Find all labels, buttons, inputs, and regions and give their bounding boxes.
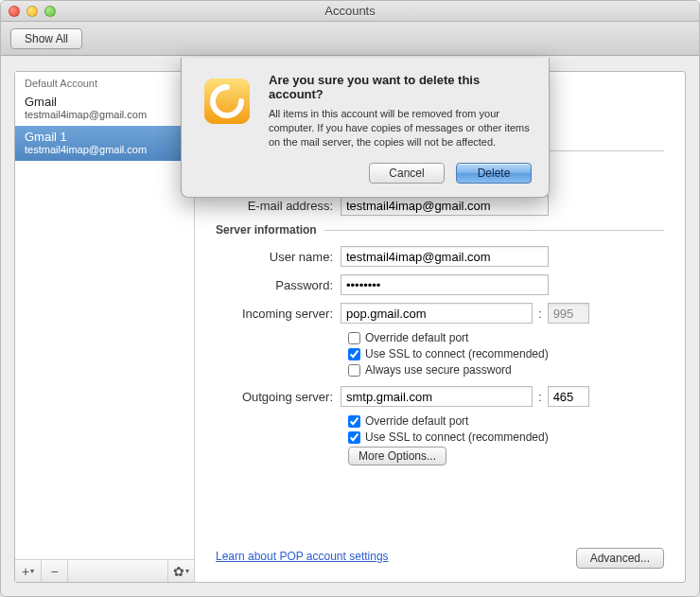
account-address: testmail4imap@gmail.com (25, 144, 184, 155)
window: Accounts Show All Default Account Gmail … (0, 0, 700, 597)
label-incoming-override-port: Override default port (365, 331, 468, 344)
port-separator: : (533, 307, 548, 321)
toolbar: Show All (1, 22, 699, 56)
label-outgoing-server: Outgoing server: (216, 390, 341, 404)
sidebar-footer: + ▾ − ✿ ▾ (15, 559, 194, 582)
email-address-field[interactable] (341, 195, 549, 216)
account-actions-button[interactable]: ✿ ▾ (167, 560, 194, 582)
user-name-field[interactable] (341, 246, 549, 267)
window-title: Accounts (1, 4, 699, 18)
label-email-address: E-mail address: (216, 199, 341, 213)
label-incoming-use-ssl: Use SSL to connect (recommended) (365, 347, 549, 360)
sidebar-account-gmail[interactable]: Gmail testmail4imap@gmail.com (15, 91, 194, 126)
incoming-port-field (548, 303, 589, 324)
cancel-button[interactable]: Cancel (369, 163, 445, 184)
outgoing-server-field[interactable] (341, 386, 533, 407)
outgoing-override-port-checkbox[interactable] (348, 415, 360, 428)
incoming-server-field[interactable] (341, 303, 533, 324)
remove-account-button[interactable]: − (42, 560, 68, 582)
dialog-message: All items in this account will be remove… (269, 107, 532, 149)
show-all-button[interactable]: Show All (10, 28, 82, 49)
section-server-information: Server information (216, 223, 324, 237)
gear-icon: ✿ (173, 564, 184, 579)
confirm-delete-dialog: Are you sure you want to delete this acc… (181, 58, 550, 198)
minus-icon: − (50, 564, 58, 579)
learn-pop-link[interactable]: Learn about POP account settings (216, 550, 389, 563)
advanced-button[interactable]: Advanced... (576, 548, 664, 569)
label-user-name: User name: (216, 250, 341, 264)
incoming-use-ssl-checkbox[interactable] (348, 348, 360, 360)
password-field[interactable] (341, 274, 549, 295)
account-name: Gmail (25, 95, 184, 109)
sidebar-account-gmail1[interactable]: Gmail 1 testmail4imap@gmail.com (15, 126, 194, 161)
account-address: testmail4imap@gmail.com (25, 109, 184, 120)
more-options-button[interactable]: More Options... (348, 447, 446, 465)
dropdown-icon: ▾ (30, 567, 34, 575)
port-separator: : (533, 390, 548, 404)
outgoing-port-field[interactable] (548, 386, 589, 407)
incoming-override-port-checkbox[interactable] (348, 332, 360, 344)
account-name: Gmail 1 (25, 130, 184, 144)
outlook-app-icon (199, 73, 255, 130)
titlebar: Accounts (1, 1, 699, 22)
divider (324, 230, 664, 231)
label-incoming-secure-password: Always use secure password (365, 363, 512, 377)
label-password: Password: (216, 278, 341, 292)
outgoing-use-ssl-checkbox[interactable] (348, 431, 360, 444)
incoming-secure-password-checkbox[interactable] (348, 364, 360, 377)
dialog-title: Are you sure you want to delete this acc… (269, 73, 532, 101)
label-incoming-server: Incoming server: (216, 307, 341, 321)
delete-button[interactable]: Delete (456, 163, 532, 184)
label-outgoing-use-ssl: Use SSL to connect (recommended) (365, 430, 549, 444)
accounts-sidebar: Default Account Gmail testmail4imap@gmai… (15, 72, 195, 582)
plus-icon: + (22, 564, 29, 579)
label-outgoing-override-port: Override default port (365, 414, 468, 428)
sidebar-header: Default Account (15, 72, 194, 91)
dropdown-icon: ▾ (185, 567, 189, 575)
add-account-button[interactable]: + ▾ (15, 560, 42, 582)
